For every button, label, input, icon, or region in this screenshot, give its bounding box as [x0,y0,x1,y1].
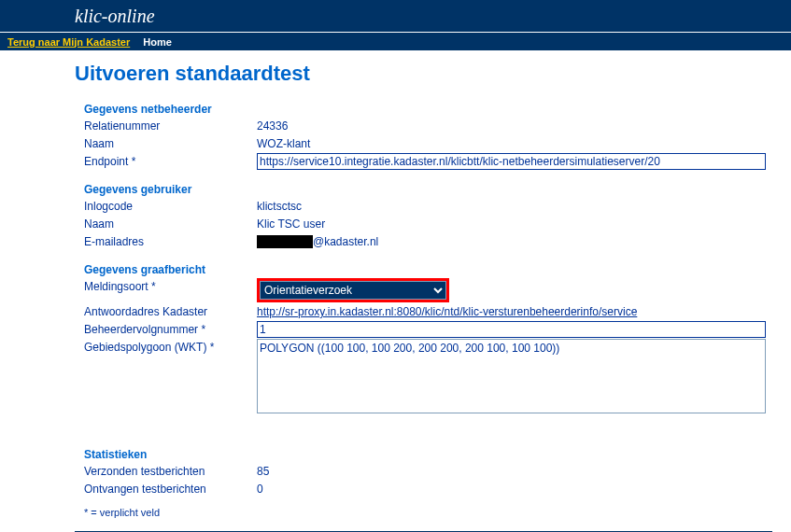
ontvangen-value: 0 [257,481,713,497]
inlogcode-value: klictsctsc [257,198,713,215]
header-top: klic-online [0,0,791,32]
gebiedspolygoon-textarea[interactable]: POLYGON ((100 100, 100 200, 200 200, 200… [257,339,766,413]
verzonden-label: Verzonden testberichten [84,463,257,480]
antwoordadres-label: Antwoordadres Kadaster [84,303,257,320]
section-statistieken: Statistieken [84,448,713,461]
ontvangen-label: Ontvangen testberichten [84,481,257,497]
gebruiker-naam-value: Klic TSC user [257,216,713,232]
meldingsoort-highlight: Orientatieverzoek [257,278,449,302]
verzonden-value: 85 [257,463,713,480]
header-nav: Terug naar Mijn Kadaster Home [0,32,791,50]
back-link[interactable]: Terug naar Mijn Kadaster [7,36,130,48]
email-redacted: xxxxxxxxxx [257,235,313,248]
beheerdervolgnummer-label: Beheerdervolgnummer * [84,321,257,338]
endpoint-label: Endpoint * [84,153,257,170]
page-content: Uitvoeren standaardtest Gegevens netbehe… [0,50,787,532]
section-gebruiker: Gegevens gebruiker [84,183,713,196]
home-link[interactable]: Home [143,36,172,48]
meldingsoort-select[interactable]: Orientatieverzoek [260,281,446,300]
endpoint-input[interactable] [257,153,766,170]
netbeheerder-naam-label: Naam [84,135,257,152]
relatienummer-value: 24336 [257,118,713,134]
netbeheerder-naam-value: WOZ-klant [257,135,713,152]
required-note: * = verplicht veld [84,507,713,518]
meldingsoort-label: Meldingsoort * [84,278,257,302]
section-netbeheerder: Gegevens netbeheerder [84,103,713,116]
gebiedspolygoon-label: Gebiedspolygoon (WKT) * [84,339,257,356]
page-title: Uitvoeren standaardtest [75,62,713,86]
inlogcode-label: Inlogcode [84,198,257,215]
gebruiker-naam-label: Naam [84,216,257,232]
email-value: xxxxxxxxxx@kadaster.nl [257,233,713,250]
beheerdervolgnummer-input[interactable] [257,321,766,338]
relatienummer-label: Relatienummer [84,118,257,134]
brand-title: klic-online [75,6,155,27]
email-label: E-mailadres [84,233,257,250]
antwoordadres-link[interactable]: http://sr-proxy.in.kadaster.nl:8080/klic… [257,305,637,318]
section-graafbericht: Gegevens graafbericht [84,263,713,276]
